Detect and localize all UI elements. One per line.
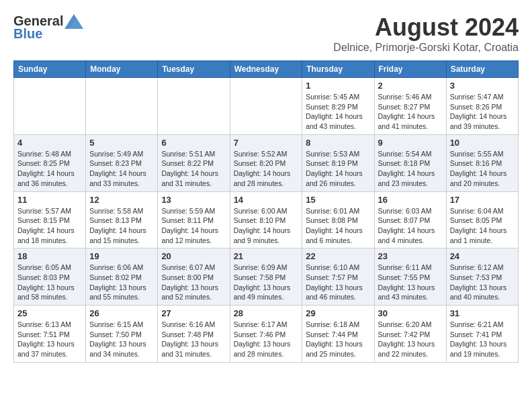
day-info: Sunrise: 5:54 AMSunset: 8:18 PMDaylight:… [378,149,443,189]
table-cell: 15Sunrise: 6:01 AMSunset: 8:08 PMDayligh… [302,191,374,248]
day-number: 28 [234,308,299,318]
table-cell: 11Sunrise: 5:57 AMSunset: 8:15 PMDayligh… [14,191,86,248]
day-info: Sunrise: 5:49 AMSunset: 8:23 PMDaylight:… [89,149,154,189]
table-cell: 20Sunrise: 6:07 AMSunset: 8:00 PMDayligh… [158,248,230,306]
day-number: 17 [450,195,515,205]
day-number: 23 [378,251,443,261]
day-number: 2 [378,81,443,91]
day-number: 11 [17,195,82,205]
day-number: 25 [17,308,82,318]
day-info: Sunrise: 6:16 AMSunset: 7:48 PMDaylight:… [161,320,226,359]
day-info: Sunrise: 5:48 AMSunset: 8:25 PMDaylight:… [17,149,82,189]
table-cell: 21Sunrise: 6:09 AMSunset: 7:58 PMDayligh… [230,248,302,306]
table-cell: 26Sunrise: 6:15 AMSunset: 7:50 PMDayligh… [86,306,158,363]
table-cell: 4Sunrise: 5:48 AMSunset: 8:25 PMDaylight… [14,134,86,191]
day-number: 6 [161,138,226,148]
col-tuesday: Tuesday [158,61,230,78]
table-cell: 2Sunrise: 5:46 AMSunset: 8:27 PMDaylight… [374,78,446,135]
day-info: Sunrise: 6:09 AMSunset: 7:58 PMDaylight:… [234,263,299,302]
day-number: 15 [306,195,370,205]
day-info: Sunrise: 5:52 AMSunset: 8:20 PMDaylight:… [234,149,299,189]
day-info: Sunrise: 6:17 AMSunset: 7:46 PMDaylight:… [234,320,299,359]
day-number: 19 [89,251,154,261]
day-number: 16 [378,195,443,205]
table-cell: 10Sunrise: 5:55 AMSunset: 8:16 PMDayligh… [446,134,518,191]
col-wednesday: Wednesday [230,61,302,78]
day-info: Sunrise: 6:21 AMSunset: 7:41 PMDaylight:… [450,320,515,359]
table-cell: 19Sunrise: 6:06 AMSunset: 8:02 PMDayligh… [86,248,158,306]
day-number: 14 [234,195,299,205]
table-cell: 6Sunrise: 5:51 AMSunset: 8:22 PMDaylight… [158,134,230,191]
day-number: 29 [306,308,370,318]
col-thursday: Thursday [302,61,374,78]
table-cell: 3Sunrise: 5:47 AMSunset: 8:26 PMDaylight… [446,78,518,135]
logo-icon [64,14,83,29]
day-number: 4 [17,138,82,148]
day-number: 20 [161,251,226,261]
day-info: Sunrise: 6:10 AMSunset: 7:57 PMDaylight:… [306,263,370,302]
table-cell: 22Sunrise: 6:10 AMSunset: 7:57 PMDayligh… [302,248,374,306]
day-number: 12 [89,195,154,205]
day-info: Sunrise: 5:57 AMSunset: 8:15 PMDaylight:… [17,206,82,246]
week-row-2: 4Sunrise: 5:48 AMSunset: 8:25 PMDaylight… [14,134,519,191]
table-cell: 12Sunrise: 5:58 AMSunset: 8:13 PMDayligh… [86,191,158,248]
table-cell: 5Sunrise: 5:49 AMSunset: 8:23 PMDaylight… [86,134,158,191]
day-number: 1 [306,81,370,91]
day-info: Sunrise: 6:04 AMSunset: 8:05 PMDaylight:… [450,206,515,246]
day-info: Sunrise: 6:05 AMSunset: 8:03 PMDaylight:… [17,263,82,302]
table-cell: 14Sunrise: 6:00 AMSunset: 8:10 PMDayligh… [230,191,302,248]
day-number: 3 [450,81,515,91]
day-info: Sunrise: 6:20 AMSunset: 7:42 PMDaylight:… [378,320,443,359]
table-cell [86,78,158,135]
table-cell [158,78,230,135]
day-number: 10 [450,138,515,148]
day-info: Sunrise: 6:00 AMSunset: 8:10 PMDaylight:… [234,206,299,246]
week-row-4: 18Sunrise: 6:05 AMSunset: 8:03 PMDayligh… [14,248,519,306]
table-cell: 31Sunrise: 6:21 AMSunset: 7:41 PMDayligh… [446,306,518,363]
table-cell: 13Sunrise: 5:59 AMSunset: 8:11 PMDayligh… [158,191,230,248]
table-cell [230,78,302,135]
day-number: 27 [161,308,226,318]
logo: General Blue [13,13,83,42]
day-info: Sunrise: 6:13 AMSunset: 7:51 PMDaylight:… [17,320,82,359]
day-number: 22 [306,251,370,261]
day-info: Sunrise: 5:46 AMSunset: 8:27 PMDaylight:… [378,92,443,132]
col-monday: Monday [86,61,158,78]
table-cell: 30Sunrise: 6:20 AMSunset: 7:42 PMDayligh… [374,306,446,363]
table-cell: 8Sunrise: 5:53 AMSunset: 8:19 PMDaylight… [302,134,374,191]
day-info: Sunrise: 5:59 AMSunset: 8:11 PMDaylight:… [161,206,226,246]
day-number: 5 [89,138,154,148]
day-info: Sunrise: 6:06 AMSunset: 8:02 PMDaylight:… [89,263,154,302]
week-row-5: 25Sunrise: 6:13 AMSunset: 7:51 PMDayligh… [14,306,519,363]
col-friday: Friday [374,61,446,78]
title-block: August 2024 Delnice, Primorje-Gorski Kot… [333,13,519,54]
day-number: 30 [378,308,443,318]
day-number: 26 [89,308,154,318]
day-info: Sunrise: 6:12 AMSunset: 7:53 PMDaylight:… [450,263,515,302]
day-number: 24 [450,251,515,261]
calendar-header-row: Sunday Monday Tuesday Wednesday Thursday… [14,61,519,78]
calendar-table: Sunday Monday Tuesday Wednesday Thursday… [13,60,519,363]
page-header: General Blue August 2024 Delnice, Primor… [13,13,519,54]
day-info: Sunrise: 5:58 AMSunset: 8:13 PMDaylight:… [89,206,154,246]
table-cell: 1Sunrise: 5:45 AMSunset: 8:29 PMDaylight… [302,78,374,135]
table-cell: 16Sunrise: 6:03 AMSunset: 8:07 PMDayligh… [374,191,446,248]
day-info: Sunrise: 6:01 AMSunset: 8:08 PMDaylight:… [306,206,370,246]
day-info: Sunrise: 6:11 AMSunset: 7:55 PMDaylight:… [378,263,443,302]
table-cell: 27Sunrise: 6:16 AMSunset: 7:48 PMDayligh… [158,306,230,363]
col-sunday: Sunday [14,61,86,78]
table-cell: 18Sunrise: 6:05 AMSunset: 8:03 PMDayligh… [14,248,86,306]
table-cell [14,78,86,135]
day-info: Sunrise: 6:18 AMSunset: 7:44 PMDaylight:… [306,320,370,359]
table-cell: 9Sunrise: 5:54 AMSunset: 8:18 PMDaylight… [374,134,446,191]
day-info: Sunrise: 5:53 AMSunset: 8:19 PMDaylight:… [306,149,370,189]
month-year-title: August 2024 [333,13,519,42]
table-cell: 29Sunrise: 6:18 AMSunset: 7:44 PMDayligh… [302,306,374,363]
day-number: 13 [161,195,226,205]
day-number: 7 [234,138,299,148]
table-cell: 24Sunrise: 6:12 AMSunset: 7:53 PMDayligh… [446,248,518,306]
day-info: Sunrise: 5:45 AMSunset: 8:29 PMDaylight:… [306,92,370,132]
day-info: Sunrise: 5:55 AMSunset: 8:16 PMDaylight:… [450,149,515,189]
col-saturday: Saturday [446,61,518,78]
table-cell: 7Sunrise: 5:52 AMSunset: 8:20 PMDaylight… [230,134,302,191]
